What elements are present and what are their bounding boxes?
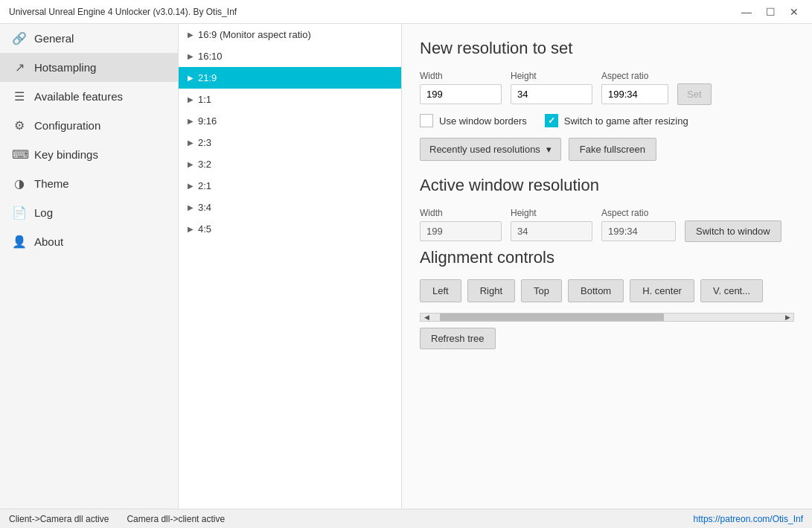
tree-item-label: 2:3	[198, 137, 211, 148]
tree-panel: ▶16:9 (Monitor aspect ratio)▶16:10▶21:9▶…	[179, 24, 402, 509]
tree-chevron-icon: ▶	[188, 182, 194, 190]
refresh-row: ◀ ▶ Refresh tree	[420, 313, 794, 349]
fake-fullscreen-button[interactable]: Fake fullscreen	[569, 138, 656, 161]
alignment-buttons: LeftRightTopBottomH. centerV. cent...	[420, 279, 794, 302]
use-window-borders-group: Use window borders	[420, 114, 527, 127]
sidebar-item-about[interactable]: 👤About	[0, 227, 178, 256]
tree-chevron-icon: ▶	[188, 74, 194, 82]
tree-chevron-icon: ▶	[188, 203, 194, 211]
title-bar: Universal Unreal Engine 4 Unlocker (v3.0…	[0, 0, 812, 24]
tree-item[interactable]: ▶1:1	[179, 89, 401, 110]
active-width-input	[420, 221, 502, 241]
alignment-button-bottom[interactable]: Bottom	[568, 279, 624, 302]
alignment-button-v-cent[interactable]: V. cent...	[700, 279, 763, 302]
set-button[interactable]: Set	[677, 83, 712, 105]
sidebar-item-theme[interactable]: ◑Theme	[0, 169, 178, 198]
active-resolution-inputs: Width Height Aspect ratio Switch to wind…	[420, 207, 794, 242]
active-height-input	[511, 221, 592, 241]
maximize-button[interactable]: ☐	[761, 3, 779, 21]
switch-to-window-button[interactable]: Switch to window	[685, 220, 781, 242]
sidebar-item-configuration[interactable]: ⚙Configuration	[0, 111, 178, 140]
width-group: Width	[420, 71, 502, 104]
sidebar-icon-general: 🔗	[12, 31, 27, 45]
aspect-ratio-input[interactable]	[601, 84, 668, 104]
active-resolution-title: Active window resolution	[420, 176, 794, 195]
sidebar-icon-about: 👤	[12, 235, 27, 249]
width-label: Width	[420, 71, 502, 81]
tree-item[interactable]: ▶16:9 (Monitor aspect ratio)	[179, 24, 401, 45]
scroll-left-arrow[interactable]: ◀	[421, 314, 432, 321]
sidebar-item-hotsampling[interactable]: ↗Hotsampling	[0, 53, 178, 82]
refresh-tree-button[interactable]: Refresh tree	[420, 328, 496, 349]
active-height-label: Height	[511, 208, 592, 218]
scroll-area: ◀ ▶	[420, 313, 794, 322]
content-area: ▶16:9 (Monitor aspect ratio)▶16:10▶21:9▶…	[179, 24, 812, 509]
resolution-buttons-row: Recently used resolutions ▾ Fake fullscr…	[420, 138, 794, 161]
tree-item-label: 16:10	[198, 51, 223, 62]
main-layout: 🔗General↗Hotsampling☰Available features⚙…	[0, 24, 812, 509]
scrollbar-thumb[interactable]	[440, 314, 664, 321]
sidebar-item-key-bindings[interactable]: ⌨Key bindings	[0, 140, 178, 169]
recently-used-button[interactable]: Recently used resolutions ▾	[420, 138, 561, 161]
height-input[interactable]	[511, 84, 592, 104]
recently-used-label: Recently used resolutions	[429, 144, 540, 155]
switch-to-game-group: Switch to game after resizing	[545, 114, 688, 127]
sidebar-label-theme: Theme	[34, 177, 69, 190]
sidebar-icon-theme: ◑	[12, 176, 27, 191]
tree-item-label: 3:2	[198, 159, 211, 170]
close-button[interactable]: ✕	[785, 3, 803, 21]
tree-item[interactable]: ▶21:9	[179, 67, 401, 89]
tree-item[interactable]: ▶2:1	[179, 175, 401, 197]
active-aspect-group: Aspect ratio	[601, 208, 676, 241]
sidebar-item-available-features[interactable]: ☰Available features	[0, 82, 178, 111]
alignment-button-top[interactable]: Top	[521, 279, 562, 302]
sidebar: 🔗General↗Hotsampling☰Available features⚙…	[0, 24, 179, 509]
alignment-button-left[interactable]: Left	[420, 279, 461, 302]
tree-item-label: 21:9	[198, 72, 217, 83]
sidebar-icon-hotsampling: ↗	[12, 60, 27, 74]
use-window-borders-checkbox[interactable]	[420, 114, 433, 127]
width-input[interactable]	[420, 84, 502, 104]
status-camera: Client->Camera dll active	[9, 514, 109, 524]
minimize-button[interactable]: —	[738, 3, 755, 21]
switch-to-game-label: Switch to game after resizing	[564, 115, 688, 127]
alignment-title: Alignment controls	[420, 248, 794, 267]
tree-item-label: 9:16	[198, 115, 217, 127]
alignment-button-h-center[interactable]: H. center	[630, 279, 694, 302]
sidebar-item-general[interactable]: 🔗General	[0, 24, 178, 53]
active-height-group: Height	[511, 208, 592, 241]
tree-item-label: 2:1	[198, 180, 211, 191]
sidebar-label-general: General	[34, 32, 74, 45]
scroll-right-arrow[interactable]: ▶	[781, 314, 793, 321]
patreon-link[interactable]: https://patreon.com/Otis_Inf	[694, 514, 803, 524]
tree-item[interactable]: ▶2:3	[179, 132, 401, 153]
right-panel: New resolution to set Width Height Aspec…	[402, 24, 812, 509]
window-controls: — ☐ ✕	[738, 3, 803, 21]
active-width-group: Width	[420, 208, 502, 241]
tree-item-label: 3:4	[198, 202, 211, 213]
chevron-down-icon: ▾	[546, 144, 552, 155]
sidebar-icon-key-bindings: ⌨	[12, 147, 27, 162]
switch-to-game-checkbox[interactable]	[545, 114, 558, 127]
new-resolution-section: New resolution to set Width Height Aspec…	[420, 39, 794, 161]
alignment-button-right[interactable]: Right	[467, 279, 515, 302]
tree-item[interactable]: ▶3:4	[179, 197, 401, 218]
aspect-ratio-group: Aspect ratio	[601, 71, 668, 104]
tree-chevron-icon: ▶	[188, 160, 194, 168]
tree-chevron-icon: ▶	[188, 139, 194, 147]
active-aspect-label: Aspect ratio	[601, 208, 676, 218]
sidebar-label-available-features: Available features	[34, 90, 123, 103]
tree-item[interactable]: ▶4:5	[179, 218, 401, 240]
height-group: Height	[511, 71, 592, 104]
tree-item-label: 1:1	[198, 94, 211, 105]
sidebar-label-log: Log	[34, 206, 53, 219]
tree-item[interactable]: ▶9:16	[179, 110, 401, 132]
tree-chevron-icon: ▶	[188, 31, 194, 39]
sidebar-item-log[interactable]: 📄Log	[0, 198, 178, 227]
tree-item[interactable]: ▶3:2	[179, 153, 401, 175]
checkboxes-row: Use window borders Switch to game after …	[420, 114, 794, 127]
active-resolution-section: Active window resolution Width Height As…	[420, 176, 794, 242]
tree-item[interactable]: ▶16:10	[179, 45, 401, 67]
tree-chevron-icon: ▶	[188, 95, 194, 104]
app-title: Universal Unreal Engine 4 Unlocker (v3.0…	[9, 7, 237, 17]
